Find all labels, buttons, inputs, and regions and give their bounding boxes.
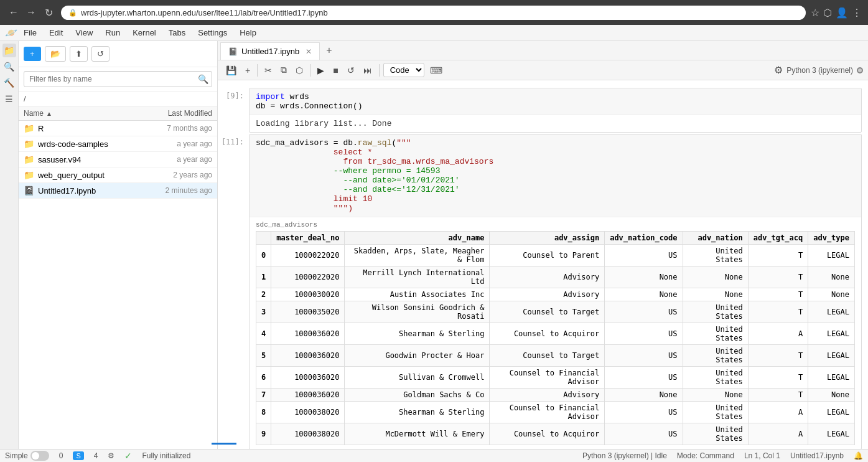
cell-number: [11]: (218, 134, 249, 449)
sidebar-toolbar: + 📂 ⬆ ↺ (19, 41, 217, 67)
menu-icon[interactable]: ⋮ (852, 7, 862, 19)
search-sidebar-icon[interactable]: 🔍 (2, 60, 16, 73)
tabs-bar: 📓 Untitled17.ipynb ✕ + (218, 41, 868, 60)
table-cell: Counsel to Target (490, 301, 605, 323)
table-cell: 5 (256, 345, 271, 367)
list-item[interactable]: 📁 sasuser.v94 a year ago (19, 152, 217, 167)
menu-help[interactable]: Help (233, 26, 263, 39)
cell-type-select[interactable]: Code (383, 63, 424, 77)
table-cell: US (605, 367, 683, 389)
forward-button[interactable]: → (24, 5, 39, 20)
restart-run-button[interactable]: ⏭ (360, 64, 375, 77)
table-cell: None (683, 389, 748, 402)
table-cell: Advisory (490, 389, 605, 402)
back-button[interactable]: ← (6, 5, 21, 20)
menu-view[interactable]: View (69, 26, 99, 39)
table-cell: 8 (256, 402, 271, 423)
copy-button[interactable]: ⧉ (278, 63, 290, 77)
file-date: a year ago (144, 139, 212, 148)
table-cell: T (748, 345, 808, 367)
address-bar[interactable]: 🔒 wrds-jupyter.wharton.upenn.edu/user/lt… (61, 6, 806, 20)
breadcrumb-text: / (24, 94, 26, 103)
list-item[interactable]: 📁 R 7 months ago (19, 121, 217, 136)
cell-9: [9]: import wrds db = wrds.Connection() … (218, 88, 868, 133)
table-cell: None (808, 389, 855, 402)
notebook-tab[interactable]: 📓 Untitled17.ipynb ✕ (220, 42, 320, 60)
initialized-text: Fully initialized (142, 451, 190, 460)
kernel-gear-icon[interactable]: ⚙ (774, 64, 783, 76)
add-cell-button[interactable]: + (242, 64, 253, 77)
table-cell: 1000035020 (271, 301, 345, 323)
table-cell: US (605, 245, 683, 266)
cursor-position: Ln 1, Col 1 (744, 451, 780, 460)
paste-button[interactable]: ⬡ (292, 64, 306, 77)
cell-input[interactable]: sdc_ma_advisors = db.raw_sql(""" select … (250, 134, 861, 217)
menu-file[interactable]: File (17, 26, 43, 39)
cells-container: [9]: import wrds db = wrds.Connection() … (218, 80, 868, 449)
new-button[interactable]: + (24, 47, 41, 61)
extension-icon[interactable]: ⬡ (823, 7, 832, 19)
folder-icon: 📁 (24, 139, 34, 149)
extensions-icon[interactable]: ☰ (2, 92, 16, 106)
folder-icon: 📁 (24, 154, 34, 164)
notebook-area: 📓 Untitled17.ipynb ✕ + 💾 + ✂ ⧉ ⬡ ▶ ■ ↺ ⏭ (218, 41, 868, 449)
dataframe-table: master_deal_no adv_name adv_assign adv_n… (256, 231, 855, 445)
table-cell: T (748, 367, 808, 389)
table-cell: 0 (256, 245, 271, 266)
list-item[interactable]: 📁 wrds-code-samples a year ago (19, 136, 217, 152)
table-cell: None (605, 288, 683, 301)
table-cell: United States (683, 423, 748, 445)
sort-icon: ▲ (46, 110, 52, 117)
list-item[interactable]: 📓 Untitled17.ipynb 2 minutes ago (19, 183, 217, 199)
table-cell: Counsel to Financial Advisor (490, 367, 605, 389)
menu-edit[interactable]: Edit (43, 26, 69, 39)
simple-toggle[interactable]: Simple (5, 451, 49, 461)
nav-buttons: ← → ↻ (6, 5, 56, 20)
settings-icon[interactable]: ⚙ (108, 451, 114, 460)
upload-file-button[interactable]: ⬆ (70, 46, 88, 62)
keyboard-button[interactable]: ⌨ (427, 64, 446, 77)
restart-button[interactable]: ↺ (344, 64, 358, 77)
col-header: adv_nation (683, 232, 748, 245)
files-icon[interactable]: 📁 (2, 44, 16, 57)
table-cell: T (748, 245, 808, 266)
col-header: adv_tgt_acq (748, 232, 808, 245)
cell-content[interactable]: import wrds db = wrds.Connection() Loadi… (249, 88, 862, 133)
menu-kernel[interactable]: Kernel (126, 26, 162, 39)
table-cell: Goodwin Procter & Hoar (345, 345, 490, 367)
modified-column-header[interactable]: Last Modified (144, 109, 212, 118)
file-name: Untitled17.ipynb (790, 451, 844, 460)
table-cell: 1000022020 (271, 266, 345, 288)
table-cell: 1000030020 (271, 288, 345, 301)
save-button[interactable]: 💾 (223, 64, 240, 77)
col-header: adv_name (345, 232, 490, 245)
menu-tabs[interactable]: Tabs (162, 26, 192, 39)
bell-icon[interactable]: 🔔 (854, 451, 863, 460)
menu-run[interactable]: Run (99, 26, 126, 39)
profile-icon[interactable]: 👤 (836, 7, 848, 19)
menu-settings[interactable]: Settings (192, 26, 233, 39)
cell-content[interactable]: sdc_ma_advisors = db.raw_sql(""" select … (249, 134, 862, 449)
list-item[interactable]: 📁 web_query_output 2 years ago (19, 167, 217, 183)
star-icon[interactable]: ☆ (811, 7, 819, 19)
cell-input[interactable]: import wrds db = wrds.Connection() (250, 88, 861, 115)
toggle-track[interactable] (30, 451, 49, 461)
run-button[interactable]: ▶ (314, 64, 327, 77)
tab-close-button[interactable]: ✕ (306, 47, 312, 56)
name-column-header[interactable]: Name ▲ (24, 109, 144, 118)
reload-button[interactable]: ↻ (41, 5, 56, 20)
table-cell: Sullivan & Cromwell (345, 367, 490, 389)
initialized-icon: ✓ (124, 451, 132, 461)
table-cell: United States (683, 367, 748, 389)
build-icon[interactable]: 🔨 (2, 76, 16, 90)
upload-button[interactable]: 📂 (45, 46, 66, 62)
stop-button[interactable]: ■ (330, 64, 341, 77)
refresh-button[interactable]: ↺ (91, 46, 110, 62)
table-cell: LEGAL (808, 245, 855, 266)
table-cell: None (605, 389, 683, 402)
table-cell: 1000036020 (271, 323, 345, 345)
menu-bar: 🪐 File Edit View Run Kernel Tabs Setting… (0, 25, 868, 41)
search-input[interactable] (24, 71, 212, 87)
add-tab-button[interactable]: + (320, 41, 338, 60)
cut-button[interactable]: ✂ (261, 64, 275, 77)
